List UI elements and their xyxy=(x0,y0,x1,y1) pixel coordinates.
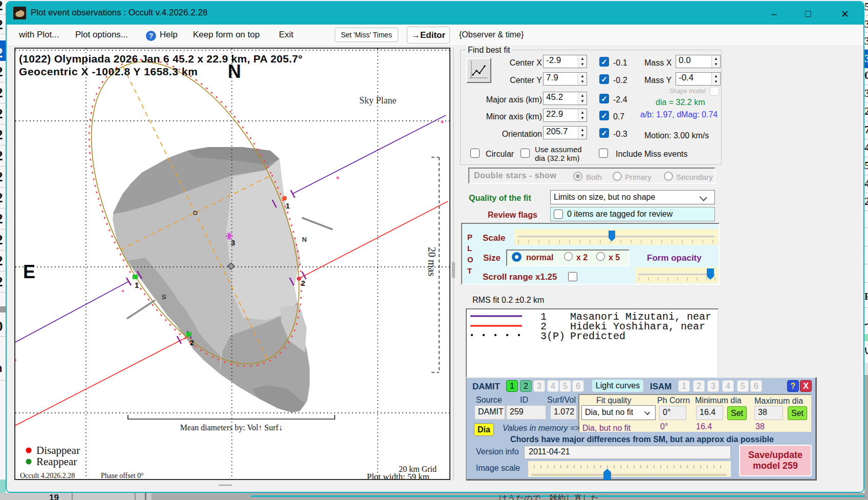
svg-text:Mean diameters by: Vol↑ Surf↓: Mean diameters by: Vol↑ Surf↓ xyxy=(180,423,283,432)
svg-text:Plot width: 59 km: Plot width: 59 km xyxy=(367,472,429,479)
svg-text:S: S xyxy=(162,293,166,301)
svg-text:Sky Plane: Sky Plane xyxy=(359,95,397,106)
svg-text:20 mas: 20 mas xyxy=(426,247,438,276)
svg-text:E: E xyxy=(23,261,35,282)
svg-text:Geocentric X -1002.8 Y 1658: Geocentric X -1002.8 Y 1658.3 km xyxy=(19,66,198,77)
svg-text:3: 3 xyxy=(231,238,235,247)
svg-text:1: 1 xyxy=(135,281,139,289)
svg-text:N: N xyxy=(302,236,307,243)
svg-text:(1022) Olympiada 2026 Jan 6: (1022) Olympiada 2026 Jan 6 45.2 x 22.9 … xyxy=(19,53,302,65)
svg-text:3(P): 3(P) xyxy=(540,330,565,342)
svg-text:Disappear: Disappear xyxy=(36,444,80,456)
svg-text:1: 1 xyxy=(286,201,290,210)
svg-text:Predicted: Predicted xyxy=(570,330,625,342)
svg-text:N: N xyxy=(228,61,241,82)
svg-text:2: 2 xyxy=(190,338,194,347)
svg-text:Phase offset 0°: Phase offset 0° xyxy=(101,472,144,479)
svg-text:2: 2 xyxy=(301,279,305,287)
svg-text:Occult 4.2026.2.28: Occult 4.2026.2.28 xyxy=(20,472,75,479)
svg-text:Reappear: Reappear xyxy=(36,455,77,468)
